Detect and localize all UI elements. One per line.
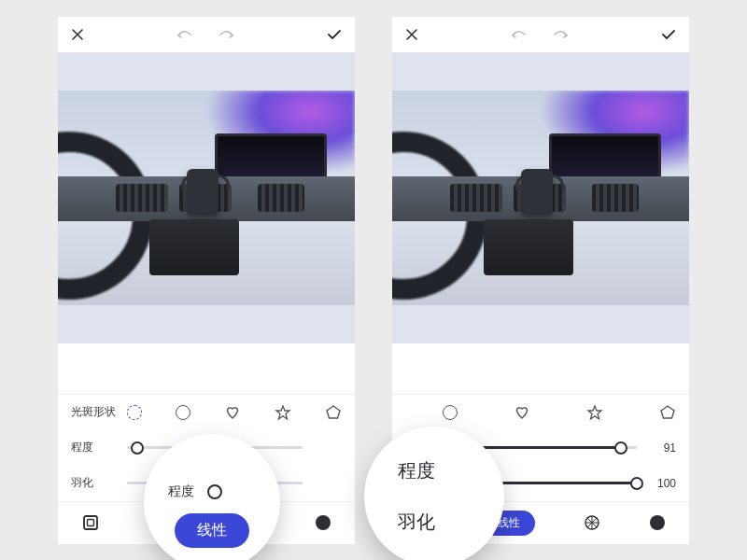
top-bar xyxy=(58,17,355,52)
shape-circle[interactable] xyxy=(176,405,190,420)
check-icon[interactable] xyxy=(327,29,342,40)
shape-heart[interactable] xyxy=(514,404,530,421)
image-canvas[interactable] xyxy=(58,52,355,343)
redo-icon[interactable] xyxy=(552,29,571,40)
editor-screen-left: 光斑形状 程度 0 羽化 xyxy=(58,17,355,544)
degree-slider[interactable] xyxy=(461,446,637,449)
filled-dot-icon[interactable] xyxy=(650,515,665,530)
zoom-degree-label: 程度 xyxy=(398,458,504,483)
bokeh-shape-row xyxy=(392,395,689,430)
shape-star[interactable] xyxy=(586,404,603,421)
svg-rect-1 xyxy=(88,520,94,526)
shape-circle[interactable] xyxy=(443,405,458,420)
top-bar xyxy=(392,17,689,52)
degree-value: 91 xyxy=(648,441,676,455)
filled-dot-icon[interactable] xyxy=(316,515,331,530)
undo-icon[interactable] xyxy=(175,29,193,40)
undo-icon[interactable] xyxy=(509,29,528,40)
editor-screen-right: x 91 x 100 线性 程度 xyxy=(392,17,689,544)
shape-dashed-circle[interactable] xyxy=(127,405,142,420)
check-icon[interactable] xyxy=(661,29,676,40)
degree-label: 程度 xyxy=(71,440,121,455)
image-canvas[interactable] xyxy=(392,52,689,343)
edited-image xyxy=(392,91,689,305)
square-tool-icon[interactable] xyxy=(82,514,99,531)
close-icon[interactable] xyxy=(71,28,84,41)
shape-star[interactable] xyxy=(275,404,291,421)
shape-heart[interactable] xyxy=(224,404,241,421)
shape-pentagon[interactable] xyxy=(659,404,676,421)
zoom-loupe-right: 程度 羽化 xyxy=(364,427,504,561)
zoom-slider-thumb-icon xyxy=(207,484,222,499)
zoom-feather-label: 羽化 xyxy=(398,510,504,535)
shape-pentagon[interactable] xyxy=(325,404,342,421)
redo-icon[interactable] xyxy=(218,29,236,40)
feather-value: 100 xyxy=(648,477,676,490)
close-icon[interactable] xyxy=(405,28,418,41)
zoom-degree-label: 程度 xyxy=(168,483,194,500)
feather-label: 羽化 xyxy=(71,475,121,491)
bokeh-shape-label: 光斑形状 xyxy=(71,404,121,420)
bokeh-shape-row: 光斑形状 xyxy=(58,395,355,430)
svg-rect-0 xyxy=(84,516,97,529)
zoom-linear-pill[interactable]: 线性 xyxy=(175,513,249,548)
edited-image xyxy=(58,91,355,305)
radial-icon[interactable] xyxy=(584,514,600,531)
